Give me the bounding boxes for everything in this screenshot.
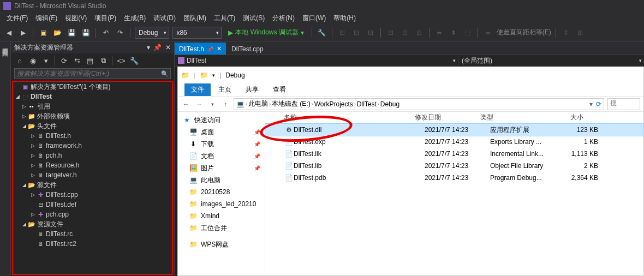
menu-tools[interactable]: 工具(T) [211, 13, 238, 24]
explorer-search[interactable]: 搜 [607, 98, 640, 110]
grid-icon[interactable]: ⊞ [575, 27, 586, 38]
config-combo[interactable]: Debug [135, 27, 169, 39]
refresh-icon[interactable]: ⟳ [596, 100, 601, 108]
crumb[interactable]: WorkProjects [314, 100, 353, 108]
ribbon-share[interactable]: 共享 [239, 83, 265, 96]
back-icon[interactable]: ← [181, 100, 191, 108]
list-item[interactable]: 📄DllTest.pdb2021/7/7 14:23Program Debug.… [265, 172, 643, 184]
collapse-icon[interactable]: ◉ [27, 55, 38, 66]
size-both-icon[interactable]: ⬚ [462, 27, 473, 38]
copy-icon[interactable]: ⧉ [98, 55, 109, 66]
search-input[interactable] [14, 68, 171, 79]
external-deps-node[interactable]: ▷📁外部依赖项 [12, 111, 173, 121]
platform-combo[interactable]: x86 [172, 27, 222, 39]
solution-search[interactable] [11, 68, 174, 80]
menu-edit[interactable]: 编辑(E) [32, 13, 61, 24]
list-item[interactable]: 📄DllTest.exp2021/7/7 14:23Exports Librar… [265, 136, 643, 148]
align-center-icon[interactable]: ⊟ [351, 27, 362, 38]
source-file[interactable]: ▷✚pch.cpp [12, 209, 173, 219]
project-node[interactable]: ◢⬚DllTest [12, 92, 173, 101]
sync-icon[interactable]: ⇆ [71, 55, 82, 66]
nav-item[interactable]: 📁Xmind [178, 210, 265, 222]
align-bot-icon[interactable]: ⊟ [414, 27, 425, 38]
menu-help[interactable]: 帮助(H) [330, 13, 359, 24]
forward-icon[interactable]: ▶ [17, 27, 28, 38]
hspace-icon[interactable]: ⇔ [482, 27, 493, 38]
new-icon[interactable]: ▣ [38, 27, 49, 38]
home-icon[interactable]: ⌂ [14, 55, 25, 66]
crumb[interactable]: 此电脑 [248, 99, 268, 109]
global-scope-combo[interactable]: (全局范围) [458, 55, 644, 66]
nav-item[interactable]: 💻此电脑 [178, 174, 265, 186]
align-top-icon[interactable]: ⊟ [385, 27, 396, 38]
source-file[interactable]: ▷✚DllTest.cpp [12, 190, 173, 200]
list-item[interactable]: ⚙DllTest.dll2021/7/7 14:23应用程序扩展123 KB [265, 124, 643, 136]
breadcrumb[interactable]: 💻 › 此电脑› 本地磁盘 (E:)› WorkProjects› DllTes… [234, 98, 604, 110]
forward-icon[interactable]: → [194, 100, 204, 108]
tab-dlltest-cpp[interactable]: DllTest.cpp [227, 43, 268, 55]
resource-file[interactable]: 🗎DllTest.rc [12, 229, 173, 239]
nav-item[interactable]: ⬇下载📌 [178, 138, 265, 150]
run-button[interactable]: 本地 Windows 调试器 ▾ [225, 28, 307, 37]
ribbon-file[interactable]: 文件 [184, 83, 211, 96]
folder-icon[interactable]: 📁 [200, 71, 208, 79]
nav-item[interactable]: 🖼️图片📌 [178, 162, 265, 174]
source-file[interactable]: ⊟DllTest.def [12, 200, 173, 209]
crumb[interactable]: Debug [380, 100, 399, 108]
menu-window[interactable]: 窗口(W) [299, 13, 329, 24]
ribbon-home[interactable]: 主页 [212, 83, 238, 96]
header-file[interactable]: ▷🗎Resource.h [12, 160, 173, 170]
menu-test[interactable]: 测试(S) [240, 13, 268, 24]
nav-item[interactable]: 📁WPS网盘 [178, 238, 265, 250]
align-right-icon[interactable]: ⊟ [365, 27, 376, 38]
quick-access[interactable]: ★快速访问 [178, 114, 265, 126]
up-icon[interactable]: ↑ [220, 100, 230, 108]
nav-item[interactable]: 📁20210528 [178, 186, 265, 198]
back-icon[interactable]: ◀ [3, 27, 14, 38]
menu-team[interactable]: 团队(M) [180, 13, 210, 24]
tool-icon[interactable]: 🔧 [317, 27, 327, 38]
save-icon[interactable]: 💾 [66, 27, 77, 38]
crumb[interactable]: DllTest [357, 100, 377, 108]
header-folder[interactable]: ◢📂头文件 [12, 121, 173, 131]
resource-folder[interactable]: ◢📂资源文件 [12, 219, 173, 229]
list-item[interactable]: 📄DllTest.lib2021/7/7 14:23Object File Li… [265, 160, 643, 172]
nav-item[interactable]: 🖥️桌面📌 [178, 126, 265, 138]
header-file[interactable]: ▷🗎pch.h [12, 151, 173, 160]
header-file[interactable]: ▷🗎DllTest.h [12, 131, 173, 141]
size-h-icon[interactable]: ⬌ [434, 27, 445, 38]
menu-build[interactable]: 生成(B) [121, 13, 149, 24]
solution-node[interactable]: ▣解决方案"DllTest"(1 个项目) [12, 82, 173, 92]
nav-item[interactable]: 📁工位合并 [178, 222, 265, 234]
undo-icon[interactable]: ↶ [100, 27, 111, 38]
vspace-icon[interactable]: ⇕ [560, 27, 571, 38]
show-all-icon[interactable]: ▤ [85, 55, 96, 66]
dropdown-icon[interactable]: ▾ [589, 100, 593, 108]
refresh-icon[interactable]: ⟳ [58, 55, 69, 66]
menu-analyze[interactable]: 分析(N) [269, 13, 298, 24]
open-icon[interactable]: 📂 [52, 27, 63, 38]
crumb[interactable]: 本地磁盘 (E:) [272, 99, 311, 109]
align-left-icon[interactable]: ⊟ [337, 27, 348, 38]
close-icon[interactable]: ✕ [217, 45, 222, 52]
wrench-icon[interactable]: 🔧 [129, 55, 140, 66]
size-v-icon[interactable]: ⬍ [448, 27, 459, 38]
nav-item[interactable]: 📁images_led_20210 [178, 198, 265, 210]
spacing-label[interactable]: 使差直间距相等(E) [497, 28, 551, 37]
redo-icon[interactable]: ↷ [115, 27, 126, 38]
resource-file[interactable]: 🗎DllTest.rc2 [12, 239, 173, 249]
menu-project[interactable]: 项目(P) [91, 13, 120, 24]
recent-icon[interactable]: ▾ [207, 101, 217, 107]
save-all-icon[interactable]: 💾 [80, 27, 91, 38]
chevron-down-icon[interactable]: ▾ [40, 55, 51, 66]
align-mid-icon[interactable]: ⊟ [399, 27, 410, 38]
project-scope-combo[interactable]: DllTest [175, 55, 458, 66]
references-node[interactable]: ▷▪▪引用 [12, 101, 173, 111]
header-file[interactable]: ▷🗎framework.h [12, 141, 173, 151]
menu-file[interactable]: 文件(F) [3, 13, 31, 24]
qat-chevron[interactable]: ▾ [212, 73, 215, 78]
code-icon[interactable]: <> [116, 55, 127, 66]
list-item[interactable]: 📄DllTest.ilk2021/7/7 14:23Incremental Li… [265, 148, 643, 160]
ribbon-view[interactable]: 查看 [266, 83, 293, 96]
menu-debug[interactable]: 调试(D) [150, 13, 179, 24]
